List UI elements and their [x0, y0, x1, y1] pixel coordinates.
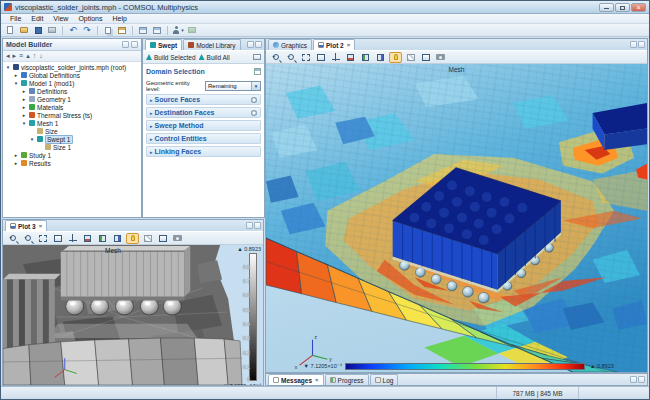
undo-icon[interactable]: ↶ — [67, 25, 79, 36]
move-down-icon[interactable]: ↓ — [39, 52, 43, 60]
move-up-icon[interactable]: ↑ — [33, 52, 37, 60]
tab-plot-2[interactable]: Plot 2× — [313, 39, 355, 50]
zoom-in-icon[interactable]: + — [6, 233, 19, 244]
zoom-extents-icon[interactable] — [36, 233, 49, 244]
panel-minimize-icon[interactable] — [630, 376, 637, 383]
panel-minimize-icon[interactable] — [630, 41, 637, 48]
menu-view[interactable]: View — [48, 15, 73, 22]
tab-swept[interactable]: Swept — [145, 39, 182, 50]
panel-minimize-icon[interactable] — [246, 222, 253, 229]
new-document-icon[interactable] — [4, 25, 16, 36]
expand-arrow-icon[interactable] — [5, 64, 11, 70]
panel-maximize-icon[interactable] — [131, 41, 138, 48]
maximize-button[interactable] — [615, 3, 630, 12]
image-export-icon[interactable] — [186, 25, 198, 36]
transparency-icon[interactable] — [141, 233, 154, 244]
tab-log[interactable]: Log — [370, 374, 399, 385]
close-button[interactable]: × — [631, 3, 646, 12]
zoom-out-icon[interactable]: − — [21, 233, 34, 244]
expand-arrow-icon[interactable] — [13, 160, 19, 166]
expand-arrow-icon[interactable] — [21, 96, 27, 102]
panel-minimize-icon[interactable] — [247, 41, 254, 48]
title-bar[interactable]: viscoplastic_solder_joints.mph - COMSOL … — [1, 1, 649, 14]
graphics-canvas[interactable]: z y x Mesh ▼ 7.1205×10⁻⁴ ▲ 0.8923 0 0.1 … — [266, 64, 647, 372]
tab-model-library[interactable]: Model Library — [183, 39, 240, 50]
save-file-icon[interactable] — [32, 25, 44, 36]
tree-item-results[interactable]: Results — [3, 159, 141, 167]
tree-item-definitions[interactable]: Definitions — [3, 87, 141, 95]
back-icon[interactable]: ◂ — [6, 52, 10, 60]
tree-item-size-1[interactable]: Size 1 — [3, 143, 141, 151]
image-snapshot-icon[interactable] — [434, 52, 447, 63]
domain-selection-section[interactable]: Domain Selection — [146, 66, 261, 77]
transparency-icon[interactable] — [404, 52, 417, 63]
tree-item-materials[interactable]: Materials — [3, 103, 141, 111]
panel-maximize-icon[interactable] — [254, 222, 261, 229]
tab-graphics[interactable]: Graphics — [268, 39, 312, 50]
expand-arrow-icon[interactable] — [13, 80, 19, 86]
scene-light-icon[interactable] — [389, 52, 402, 63]
plot-3-canvas[interactable]: Mesh ▲ 0.8923 0.8 0.7 0.6 0.5 0.4 0.3 0.… — [3, 245, 263, 385]
close-tab-icon[interactable]: × — [347, 42, 351, 48]
help-icon[interactable] — [253, 54, 261, 60]
menu-help[interactable]: Help — [108, 15, 132, 22]
expand-arrow-icon[interactable] — [21, 112, 27, 118]
panel-maximize-icon[interactable] — [638, 376, 645, 383]
go-to-default-view-icon[interactable] — [66, 233, 79, 244]
zoom-extents-icon[interactable] — [299, 52, 312, 63]
forward-icon[interactable]: ▸ — [13, 52, 17, 60]
build-selected-button[interactable]: Build Selected — [146, 54, 196, 61]
close-tab-icon[interactable]: × — [39, 223, 43, 229]
panel-maximize-icon[interactable] — [638, 41, 645, 48]
tree-item-study-1[interactable]: Study 1 — [3, 151, 141, 159]
tab-plot-3[interactable]: Plot 3× — [5, 220, 47, 231]
print-icon[interactable] — [46, 25, 58, 36]
user-account-icon[interactable]: ▾ — [172, 25, 184, 36]
open-file-icon[interactable] — [18, 25, 30, 36]
expand-arrow-icon[interactable] — [13, 152, 19, 158]
minimize-button[interactable] — [599, 3, 614, 12]
expand-arrow-icon[interactable] — [21, 104, 27, 110]
geometric-entity-level-select[interactable]: Remaining ▾ — [205, 81, 261, 91]
zoom-in-icon[interactable]: + — [269, 52, 282, 63]
paste-selection-icon[interactable] — [254, 68, 261, 75]
tree-item-global-definitions[interactable]: Global Definitions — [3, 71, 141, 79]
new-window-icon[interactable] — [137, 25, 149, 36]
go-to-xy-view-icon[interactable] — [344, 52, 357, 63]
go-to-zx-view-icon[interactable] — [111, 233, 124, 244]
collapse-all-icon[interactable]: ▴ — [26, 52, 30, 60]
copy-icon[interactable] — [102, 25, 114, 36]
go-to-yz-view-icon[interactable] — [96, 233, 109, 244]
scene-light-icon[interactable] — [126, 233, 139, 244]
expand-arrow-icon[interactable] — [13, 72, 19, 78]
go-to-zx-view-icon[interactable] — [374, 52, 387, 63]
zoom-box-icon[interactable] — [51, 233, 64, 244]
section-source-faces[interactable]: Source Faces — [146, 94, 261, 105]
menu-file[interactable]: File — [5, 15, 26, 22]
section-control-entities[interactable]: Control Entities — [146, 133, 261, 144]
tile-windows-icon[interactable] — [151, 25, 163, 36]
show-options-icon[interactable]: ≡ — [19, 52, 23, 60]
section-sweep-method[interactable]: Sweep Method — [146, 120, 261, 131]
tree-item-root[interactable]: viscoplastic_solder_joints.mph (root) — [3, 63, 141, 71]
expand-arrow-icon[interactable] — [29, 136, 35, 142]
tree-item-size[interactable]: Size — [3, 127, 141, 135]
select-box-icon[interactable] — [419, 52, 432, 63]
tree-item-thermal-stress[interactable]: Thermal Stress (ts) — [3, 111, 141, 119]
panel-minimize-icon[interactable] — [122, 41, 129, 48]
expand-arrow-icon[interactable] — [21, 88, 27, 94]
menu-edit[interactable]: Edit — [26, 15, 48, 22]
close-tab-icon[interactable]: × — [315, 377, 319, 383]
zoom-box-icon[interactable] — [314, 52, 327, 63]
tab-progress[interactable]: Progress — [325, 374, 369, 385]
build-all-button[interactable]: Build All — [199, 54, 230, 61]
section-destination-faces[interactable]: Destination Faces — [146, 107, 261, 118]
tab-messages[interactable]: Messages× — [268, 374, 324, 385]
tree-item-swept-1[interactable]: Swept 1 — [3, 135, 141, 143]
go-to-default-view-icon[interactable] — [329, 52, 342, 63]
section-linking-faces[interactable]: Linking Faces — [146, 146, 261, 157]
redo-icon[interactable]: ↷ — [81, 25, 93, 36]
tree-item-geometry-1[interactable]: Geometry 1 — [3, 95, 141, 103]
tree-item-model-1[interactable]: Model 1 (mod1) — [3, 79, 141, 87]
expand-arrow-icon[interactable] — [21, 120, 27, 126]
